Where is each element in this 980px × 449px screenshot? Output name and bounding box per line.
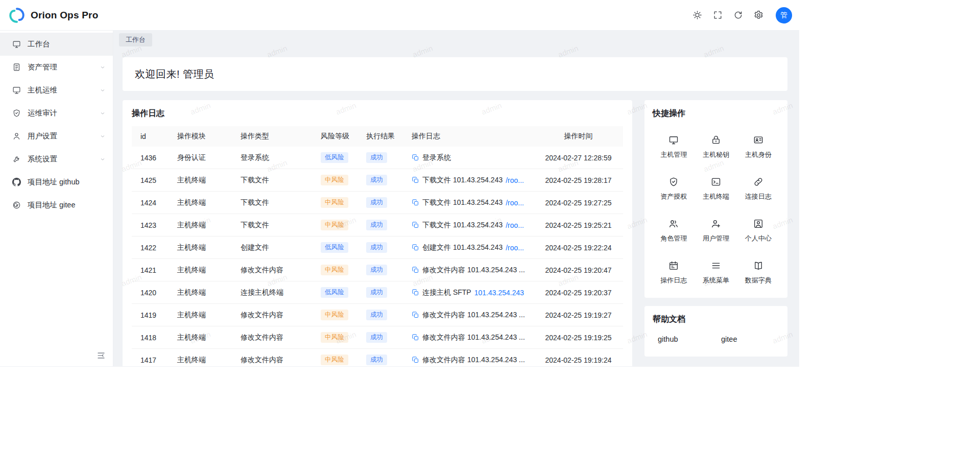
sidebar-item-gitee[interactable]: 项目地址 gitee [0,194,113,217]
result-badge: 成功 [366,287,387,298]
gitee-icon [12,201,21,209]
cell-log: 下载文件 101.43.254.243 /roo... [412,198,534,207]
app-logo-icon [8,7,26,24]
quick-action-op-logs[interactable]: 操作日志 [653,251,695,293]
quick-action-role-manage[interactable]: 角色管理 [653,209,695,251]
operation-log-card: 操作日志 id操作模块操作类型风险等级执行结果操作日志操作时间 1436身份认证… [123,100,632,366]
copy-icon[interactable] [412,311,419,319]
user-avatar[interactable]: 管 [776,7,792,23]
help-card-title: 帮助文档 [653,314,779,325]
refresh-button[interactable] [728,5,748,26]
id-card-icon [753,135,763,145]
log-link[interactable]: /roo... [506,244,524,252]
sidebar-item-github[interactable]: 项目地址 github [0,171,113,194]
sidebar-item-host-ops[interactable]: 主机运维 [0,79,113,102]
quick-action-label: 连接日志 [745,192,772,201]
copy-icon[interactable] [412,244,419,251]
log-text: 修改文件内容 101.43.254.243 ... [422,356,525,365]
quick-action-data-dict[interactable]: 数据字典 [737,251,779,293]
fullscreen-button[interactable] [707,5,728,26]
right-column: 快捷操作 主机管理主机秘钥主机身份资产授权主机终端连接日志角色管理用户管理个人中… [644,100,787,357]
result-badge: 成功 [366,355,387,365]
theme-button[interactable] [687,5,707,26]
log-link[interactable]: /roo... [506,221,524,229]
header-action-group [687,5,769,26]
result-badge: 成功 [366,265,387,275]
sidebar-item-assets[interactable]: 资产管理 [0,56,113,79]
cell-log: 下载文件 101.43.254.243 /roo... [412,176,534,185]
quick-action-host-identity[interactable]: 主机身份 [737,125,779,167]
cell-result: 成功 [366,265,412,275]
copy-icon[interactable] [412,266,419,274]
quick-action-label: 数据字典 [745,276,772,285]
log-link[interactable]: 101.43.254.243 [474,289,524,297]
result-badge: 成功 [366,332,387,343]
risk-badge: 中风险 [321,332,348,343]
cell-result: 成功 [366,310,412,320]
main-content: 工作台 欢迎回来! 管理员 操作日志 id操作模块操作类型风险等级执行结果操作日… [113,31,799,366]
copy-icon[interactable] [412,154,419,161]
cell-id: 1436 [140,154,177,162]
log-link[interactable]: /roo... [506,199,524,207]
column-header-1: 操作模块 [177,132,241,141]
copy-icon[interactable] [412,221,419,229]
result-badge: 成功 [366,175,387,185]
quick-action-profile[interactable]: 个人中心 [737,209,779,251]
quick-action-label: 主机秘钥 [703,150,729,159]
sidebar-item-workbench[interactable]: 工作台 [0,33,113,56]
person-frame-icon [753,219,763,229]
log-text: 修改文件内容 101.43.254.243 ... [422,311,525,320]
sun-icon [692,10,702,20]
copy-icon[interactable] [412,356,419,364]
quick-action-asset-auth[interactable]: 资产授权 [653,167,695,209]
copy-icon[interactable] [412,176,419,184]
quick-actions-card: 快捷操作 主机管理主机秘钥主机身份资产授权主机终端连接日志角色管理用户管理个人中… [644,100,787,298]
cell-type: 连接主机终端 [241,288,321,297]
sidebar-item-user-settings[interactable]: 用户设置 [0,125,113,148]
host-icon [12,86,21,94]
sidebar-collapse-icon[interactable] [97,351,106,360]
cell-id: 1417 [140,356,177,364]
help-link-github[interactable]: github [653,335,716,343]
column-header-5: 操作日志 [412,132,534,141]
shield-icon [12,109,21,117]
cell-risk: 中风险 [321,175,366,185]
refresh-icon [733,10,743,20]
quick-action-system-menu[interactable]: 系统菜单 [695,251,737,293]
sidebar-item-system-settings[interactable]: 系统设置 [0,148,113,171]
copy-icon[interactable] [412,289,419,296]
cell-log: 创建文件 101.43.254.243 /roo... [412,243,534,252]
cell-type: 登录系统 [241,153,321,162]
quick-action-host-terminal[interactable]: 主机终端 [695,167,737,209]
sidebar-item-label: 项目地址 github [28,177,106,187]
settings-button[interactable] [748,5,769,26]
sidebar-item-audit[interactable]: 运维审计 [0,102,113,125]
log-table-row: 1420主机终端连接主机终端低风险成功连接主机 SFTP 101.43.254.… [132,281,623,304]
cell-log: 登录系统 [412,153,534,162]
cell-type: 修改文件内容 [241,356,321,365]
brand[interactable]: Orion Ops Pro [8,7,98,24]
quick-action-host-manage[interactable]: 主机管理 [653,125,695,167]
quick-action-connect-logs[interactable]: 连接日志 [737,167,779,209]
sidebar-item-label: 用户设置 [28,131,100,141]
quick-actions-title: 快捷操作 [653,108,779,119]
log-link[interactable]: /roo... [506,176,524,184]
quick-action-user-manage[interactable]: 用户管理 [695,209,737,251]
result-badge: 成功 [366,220,387,230]
copy-icon[interactable] [412,199,419,206]
people-icon [668,219,679,229]
sidebar-menu: 工作台资产管理主机运维运维审计用户设置系统设置项目地址 github项目地址 g… [0,33,113,217]
column-header-6: 操作时间 [534,132,623,141]
log-text: 下载文件 101.43.254.243 [422,221,503,230]
cell-type: 修改文件内容 [241,333,321,342]
copy-icon[interactable] [412,334,419,341]
risk-badge: 中风险 [321,310,348,320]
tab-workbench[interactable]: 工作台 [119,33,152,46]
quick-action-host-keys[interactable]: 主机秘钥 [695,125,737,167]
help-link-gitee[interactable]: gitee [716,335,779,343]
chevron-down-icon [100,64,106,70]
cell-type: 修改文件内容 [241,311,321,320]
person-add-icon [711,219,721,229]
log-text: 下载文件 101.43.254.243 [422,198,503,207]
document-icon [12,63,21,72]
